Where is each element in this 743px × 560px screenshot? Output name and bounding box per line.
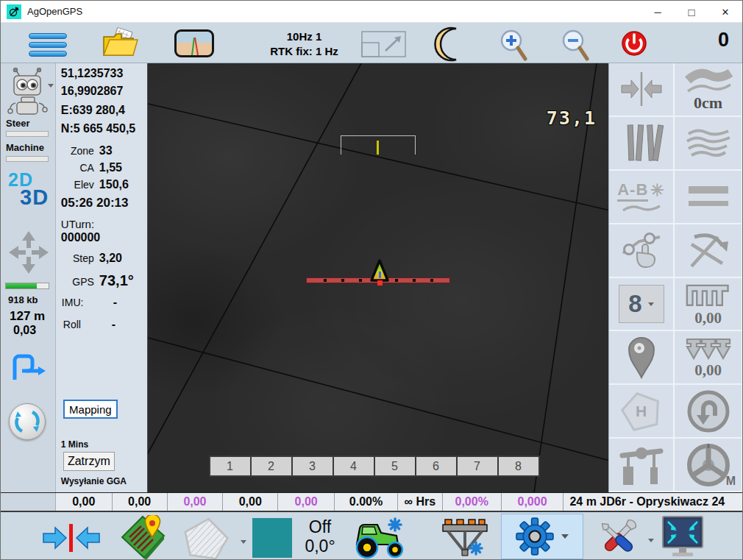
curve-underline-icon bbox=[620, 202, 663, 213]
longitude-value: 16,9902867 bbox=[61, 85, 124, 98]
fullscreen-toggle-button[interactable] bbox=[659, 515, 706, 560]
status-cell: 0,00% bbox=[443, 493, 502, 511]
zoom-in-button[interactable] bbox=[498, 29, 529, 64]
status-cell: 0,00 bbox=[223, 493, 278, 511]
boundary-caret-icon[interactable] bbox=[241, 540, 246, 544]
contour-offset-value: 0cm bbox=[694, 95, 722, 111]
tram-bars-icon bbox=[684, 183, 733, 210]
step-value: 3,20 bbox=[99, 252, 122, 264]
section-button-7[interactable]: 7 bbox=[456, 456, 499, 477]
section-button-3[interactable]: 3 bbox=[291, 456, 334, 477]
mapping-button[interactable]: Mapping bbox=[63, 400, 118, 419]
settings-asterisk-icon bbox=[470, 542, 482, 554]
headland-button[interactable]: H bbox=[609, 385, 675, 439]
robot-icon bbox=[7, 68, 49, 116]
ca-value: 1,55 bbox=[99, 161, 122, 174]
spray-rate-button[interactable]: 0,00 bbox=[675, 331, 743, 385]
field-open-button[interactable] bbox=[101, 27, 141, 63]
section-button-4[interactable]: 4 bbox=[333, 456, 375, 477]
implement-comb-icon bbox=[684, 283, 733, 309]
implement-settings-button[interactable] bbox=[441, 517, 489, 560]
section-button-8[interactable]: 8 bbox=[497, 456, 540, 477]
gga-sending-label: Wysyłanie GGA bbox=[61, 476, 127, 486]
autosteer-config-button[interactable] bbox=[7, 68, 49, 119]
section-count-selector[interactable]: 8 bbox=[609, 278, 675, 332]
tool-width-button[interactable]: 0,00 bbox=[675, 278, 743, 332]
tram-lines-button[interactable] bbox=[675, 171, 743, 224]
tools-menu-button[interactable] bbox=[594, 517, 642, 560]
imu-label: IMU: bbox=[56, 297, 94, 308]
easting-value: E:639 280,4 bbox=[61, 104, 125, 117]
hydraulic-lift-button[interactable] bbox=[609, 439, 675, 492]
menu-hamburger-button[interactable] bbox=[29, 33, 67, 57]
camera-view-button[interactable] bbox=[174, 29, 214, 57]
tractor-icon bbox=[352, 517, 408, 559]
moon-icon bbox=[432, 26, 466, 62]
contour-waves-icon bbox=[684, 127, 733, 159]
shutdown-button[interactable] bbox=[621, 30, 647, 60]
pan-button[interactable] bbox=[7, 230, 50, 278]
view-2d3d-toggle[interactable]: 2D 3D bbox=[8, 169, 49, 210]
manual-section-readout[interactable]: Off 0,0° bbox=[292, 517, 348, 556]
machine-label: Machine bbox=[6, 142, 44, 153]
minimize-button[interactable]: ─ bbox=[641, 1, 675, 23]
field-job-icon bbox=[120, 515, 166, 560]
zoom-out-button[interactable] bbox=[560, 29, 591, 64]
section-button-2[interactable]: 2 bbox=[250, 456, 293, 477]
settings-menu-button[interactable] bbox=[501, 514, 583, 559]
ab-line-button[interactable] bbox=[609, 117, 675, 171]
elev-value: 150,6 bbox=[99, 178, 129, 191]
hydraulic-lift-icon bbox=[618, 444, 665, 486]
uturn-button[interactable] bbox=[675, 385, 743, 439]
draw-ab-button[interactable] bbox=[609, 224, 675, 278]
ab-lines-icon bbox=[619, 122, 664, 163]
distance-value: 127 m bbox=[10, 309, 45, 324]
ab-heading-button[interactable] bbox=[675, 224, 743, 278]
flag-point-button[interactable] bbox=[609, 331, 675, 385]
robot-dropdown-caret-icon[interactable] bbox=[48, 84, 54, 88]
gps-data-panel: 51,1235733 16,9902867 E:639 280,4 N:5 66… bbox=[56, 63, 148, 492]
right-tools-panel: 0cm bbox=[608, 63, 742, 492]
contour-mode-button[interactable] bbox=[675, 117, 743, 171]
close-button[interactable]: ✕ bbox=[708, 1, 742, 23]
uturn-path-button[interactable] bbox=[9, 352, 47, 386]
section-color-button[interactable] bbox=[252, 518, 292, 558]
curve-ab-button[interactable]: A-B ✳ bbox=[609, 171, 675, 224]
stop-gga-button[interactable]: Zatrzym bbox=[63, 452, 115, 471]
boundary-button[interactable] bbox=[182, 517, 230, 560]
tools-caret-icon[interactable] bbox=[648, 539, 654, 542]
contour-offset-button[interactable]: 0cm bbox=[675, 63, 743, 117]
manual-steer-button[interactable]: M bbox=[675, 439, 743, 492]
maximize-button[interactable]: □ bbox=[675, 1, 708, 23]
settings-caret-icon bbox=[561, 534, 569, 539]
northing-value: N:5 665 450,5 bbox=[61, 122, 135, 135]
section-count-caret-icon bbox=[648, 302, 654, 306]
section-button-5[interactable]: 5 bbox=[374, 456, 416, 477]
section-button-1[interactable]: 1 bbox=[209, 456, 252, 477]
job-field-button[interactable] bbox=[120, 515, 166, 560]
headland-letter: H bbox=[636, 403, 647, 420]
monitor-shrink-icon bbox=[659, 515, 706, 559]
zone-label: Zone bbox=[56, 145, 94, 157]
hz-line: 10Hz 1 bbox=[243, 29, 365, 44]
settings-asterisk-icon bbox=[389, 519, 401, 531]
boundary-pentagon-icon bbox=[182, 517, 230, 559]
pan-arrows-icon bbox=[7, 230, 50, 275]
window-resize-button[interactable] bbox=[361, 31, 407, 60]
machine-progress bbox=[6, 156, 49, 162]
vehicle-implement-cell: 24 m JD6r - Opryskiwacz 24 bbox=[564, 493, 742, 511]
vehicle-settings-button[interactable] bbox=[352, 517, 408, 560]
manual-mode-letter: M bbox=[726, 475, 736, 488]
latitude-value: 51,1235733 bbox=[61, 67, 124, 80]
section-count-value: 8 bbox=[628, 290, 641, 318]
day-night-toggle-button[interactable] bbox=[432, 26, 466, 65]
cycle-lines-button[interactable] bbox=[9, 403, 46, 440]
uturn-label: UTurn: bbox=[61, 218, 94, 230]
field-map-view[interactable]: 73,1 1 2 3 4 5 6 bbox=[148, 63, 608, 492]
snap-to-line-button[interactable] bbox=[609, 63, 675, 117]
section-button-6[interactable]: 6 bbox=[415, 456, 458, 477]
snap-to-pivot-button[interactable] bbox=[40, 524, 102, 555]
data-rate-value: 918 kb bbox=[8, 294, 38, 305]
status-bar: 0,00 0,00 0,00 0,00 0,00 0.00% ∞ Hrs 0,0… bbox=[1, 492, 742, 511]
zoom-out-icon bbox=[560, 29, 591, 61]
